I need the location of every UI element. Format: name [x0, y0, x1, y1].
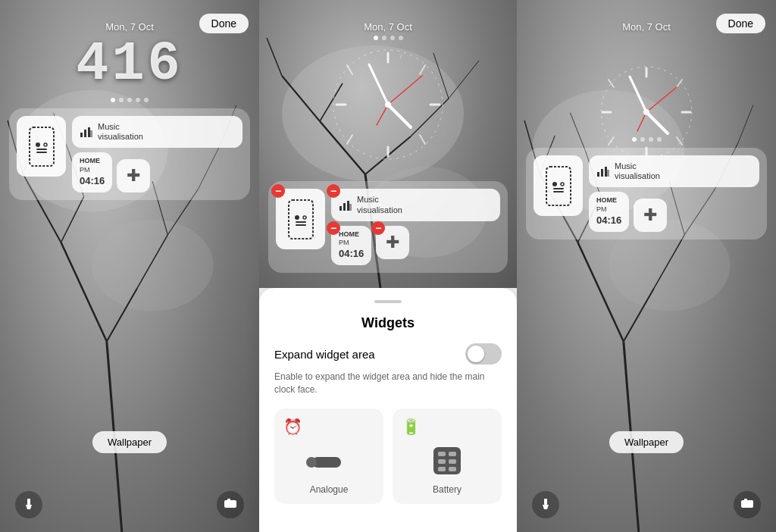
- battery-icon: 🔋: [402, 418, 421, 436]
- plus-icon: ✚: [127, 166, 140, 186]
- widget-cards-grid: ⏰ Analogue 🔋: [274, 408, 502, 504]
- left-phone-panel: Done Mon, 7 Oct 416: [0, 0, 259, 532]
- right-plus-icon: ✚: [643, 205, 657, 225]
- svg-rect-69: [438, 452, 446, 456]
- middle-phone-widget: [276, 189, 325, 249]
- svg-line-51: [400, 55, 402, 58]
- expand-widget-toggle[interactable]: [465, 343, 502, 365]
- svg-rect-74: [449, 467, 456, 471]
- svg-rect-59: [296, 221, 306, 223]
- m-dot-2: [382, 36, 386, 40]
- right-analogue-clock: [571, 63, 722, 161]
- plus-widget-minus-button[interactable]: −: [371, 221, 385, 235]
- camera-icon: [224, 498, 237, 512]
- middle-panel: Mon, 7 Oct: [259, 0, 517, 532]
- right-phone-content: Done Mon, 7 Oct: [517, 0, 776, 532]
- svg-point-17: [36, 142, 40, 147]
- mid-bar-chart-icon: [339, 199, 352, 212]
- svg-rect-114: [544, 499, 547, 505]
- svg-line-53: [369, 64, 388, 105]
- right-wallpaper-button[interactable]: Wallpaper: [609, 431, 684, 453]
- sheet-handle: [374, 300, 402, 303]
- left-music-widget: Musicvisualisation: [72, 116, 242, 148]
- left-bottom-bar: [0, 483, 259, 532]
- right-camera-button[interactable]: [734, 491, 761, 518]
- svg-line-48: [347, 135, 352, 144]
- dot-3: [127, 98, 132, 102]
- middle-dots-indicator: [259, 36, 517, 40]
- battery-preview: [429, 442, 465, 480]
- right-music-label: Musicvisualisation: [615, 161, 660, 181]
- left-camera-button[interactable]: [217, 491, 244, 518]
- svg-point-58: [295, 215, 299, 220]
- left-wallpaper-button[interactable]: Wallpaper: [92, 431, 167, 453]
- svg-rect-63: [343, 203, 346, 211]
- battery-widget-card[interactable]: 🔋 Battery: [393, 408, 502, 504]
- mid-music-label: Musicvisualisation: [357, 195, 402, 214]
- middle-music-wrapper: Musicvisualisation −: [331, 189, 500, 221]
- svg-point-67: [306, 457, 317, 468]
- right-bar-chart-icon: [596, 164, 610, 178]
- left-plus-widget[interactable]: ✚: [117, 159, 150, 192]
- analogue-preview: [306, 442, 352, 480]
- svg-line-47: [420, 135, 425, 144]
- right-widget-right-col: Musicvisualisation HOME PM 04:16 ✚: [589, 155, 759, 232]
- analogue-clock: [305, 45, 471, 163]
- right-flashlight-icon: [540, 497, 552, 512]
- svg-rect-25: [27, 499, 30, 505]
- right-camera-icon: [740, 498, 754, 512]
- left-dots-indicator: [0, 98, 259, 102]
- svg-rect-65: [349, 204, 352, 211]
- right-plus-widget[interactable]: ✚: [634, 199, 667, 232]
- left-flashlight-button[interactable]: [15, 491, 42, 518]
- svg-rect-16: [30, 127, 54, 166]
- middle-date-label: Mon, 7 Oct: [259, 21, 517, 33]
- hometime-widget-minus-button[interactable]: −: [327, 221, 340, 235]
- right-clock-area: [517, 33, 776, 131]
- left-done-button[interactable]: Done: [199, 14, 249, 33]
- right-spacer: [517, 246, 776, 491]
- dot-1: [111, 98, 115, 102]
- svg-rect-72: [449, 459, 456, 464]
- svg-rect-108: [553, 191, 564, 192]
- expand-widget-row: Expand widget area: [274, 343, 502, 365]
- svg-rect-71: [438, 459, 446, 464]
- svg-line-52: [388, 105, 411, 127]
- left-widget-right-col: Musicvisualisation HOME PM 04:16 ✚: [72, 116, 242, 192]
- middle-plus-wrapper: ✚ −: [376, 226, 409, 265]
- left-phone-content: Done Mon, 7 Oct 416: [0, 0, 259, 532]
- middle-widget-area: − Musicvisualisation: [268, 181, 508, 273]
- svg-rect-29: [227, 499, 230, 501]
- left-music-label: Musicvisualisation: [98, 122, 143, 142]
- svg-rect-62: [340, 206, 342, 211]
- svg-rect-105: [546, 167, 571, 205]
- analogue-widget-card[interactable]: ⏰ Analogue: [274, 408, 383, 504]
- analogue-widget-label: Analogue: [310, 484, 349, 495]
- m-dot-4: [399, 36, 403, 40]
- svg-point-106: [552, 182, 557, 186]
- middle-top-area: Mon, 7 Oct: [259, 0, 517, 288]
- svg-line-40: [267, 38, 282, 76]
- svg-rect-112: [605, 167, 607, 177]
- middle-bottom-widgets: HOME PM 04:16 − ✚ −: [331, 226, 500, 265]
- svg-line-54: [388, 76, 422, 105]
- svg-rect-64: [347, 201, 349, 211]
- right-bottom-widgets: HOME PM 04:16 ✚: [589, 192, 759, 231]
- svg-point-109: [561, 183, 564, 186]
- svg-rect-18: [36, 149, 47, 150]
- svg-line-96: [609, 80, 614, 87]
- left-home-time-widget: HOME PM 04:16: [72, 152, 112, 192]
- svg-rect-118: [744, 499, 747, 501]
- expand-widget-label: Expand widget area: [274, 348, 375, 361]
- svg-point-56: [385, 102, 391, 108]
- right-flashlight-button[interactable]: [532, 491, 559, 518]
- middle-hometime-wrapper: HOME PM 04:16 −: [331, 226, 371, 265]
- middle-phone-widget-wrapper: −: [276, 189, 325, 265]
- sheet-title: Widgets: [274, 315, 502, 331]
- svg-point-61: [303, 216, 306, 219]
- right-done-button[interactable]: Done: [716, 14, 765, 33]
- flashlight-icon: [23, 497, 35, 512]
- svg-rect-57: [289, 200, 313, 239]
- svg-marker-26: [26, 505, 32, 509]
- svg-rect-70: [449, 452, 456, 456]
